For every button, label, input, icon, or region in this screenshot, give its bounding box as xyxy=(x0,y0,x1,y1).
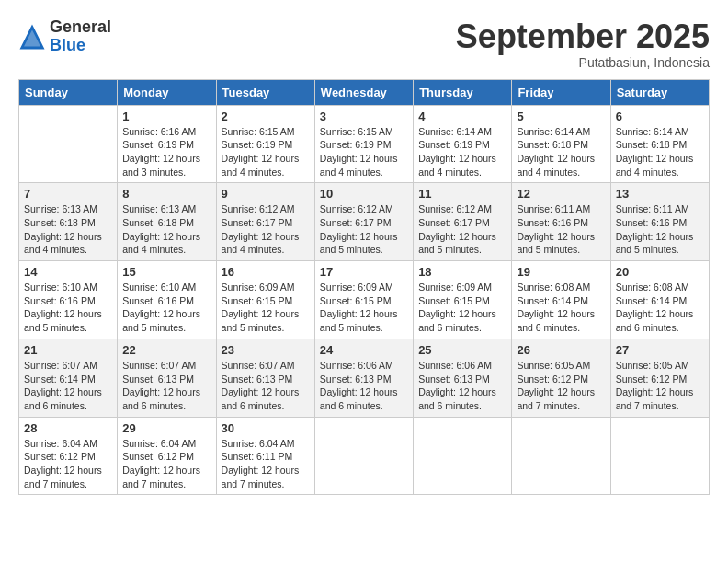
day-info: Sunrise: 6:13 AMSunset: 6:18 PMDaylight:… xyxy=(122,202,210,257)
day-info: Sunrise: 6:12 AMSunset: 6:17 PMDaylight:… xyxy=(320,202,408,257)
col-friday: Friday xyxy=(512,79,610,105)
calendar-cell: 15Sunrise: 6:10 AMSunset: 6:16 PMDayligh… xyxy=(118,261,216,339)
calendar-cell: 6Sunrise: 6:14 AMSunset: 6:18 PMDaylight… xyxy=(610,105,709,183)
day-info: Sunrise: 6:14 AMSunset: 6:18 PMDaylight:… xyxy=(517,125,605,179)
day-number: 17 xyxy=(320,265,408,279)
day-number: 16 xyxy=(222,265,310,279)
day-number: 24 xyxy=(320,343,408,357)
day-info: Sunrise: 6:04 AMSunset: 6:12 PMDaylight:… xyxy=(24,437,112,491)
day-info: Sunrise: 6:14 AMSunset: 6:19 PMDaylight:… xyxy=(418,125,506,179)
day-number: 5 xyxy=(517,109,605,123)
calendar-cell: 19Sunrise: 6:08 AMSunset: 6:14 PMDayligh… xyxy=(512,261,610,339)
day-number: 14 xyxy=(24,265,112,279)
day-number: 15 xyxy=(122,265,210,279)
title-block: September 2025 Putatbasiun, Indonesia xyxy=(456,18,710,70)
header-row: Sunday Monday Tuesday Wednesday Thursday… xyxy=(19,79,710,105)
calendar-cell: 18Sunrise: 6:09 AMSunset: 6:15 PMDayligh… xyxy=(414,261,512,339)
day-number: 26 xyxy=(517,343,605,357)
col-wednesday: Wednesday xyxy=(314,79,413,105)
day-info: Sunrise: 6:11 AMSunset: 6:16 PMDaylight:… xyxy=(616,202,704,257)
col-sunday: Sunday xyxy=(19,79,118,105)
day-number: 9 xyxy=(222,187,310,201)
calendar-week-3: 14Sunrise: 6:10 AMSunset: 6:16 PMDayligh… xyxy=(19,261,710,339)
calendar-cell: 26Sunrise: 6:05 AMSunset: 6:12 PMDayligh… xyxy=(512,339,610,417)
calendar-cell: 9Sunrise: 6:12 AMSunset: 6:17 PMDaylight… xyxy=(216,183,314,261)
day-info: Sunrise: 6:11 AMSunset: 6:16 PMDaylight:… xyxy=(517,202,605,257)
day-info: Sunrise: 6:08 AMSunset: 6:14 PMDaylight:… xyxy=(616,281,704,335)
calendar-cell: 12Sunrise: 6:11 AMSunset: 6:16 PMDayligh… xyxy=(512,183,610,261)
day-number: 25 xyxy=(418,343,506,357)
day-info: Sunrise: 6:10 AMSunset: 6:16 PMDaylight:… xyxy=(122,281,210,335)
calendar-table: Sunday Monday Tuesday Wednesday Thursday… xyxy=(18,79,710,496)
day-number: 4 xyxy=(418,109,506,123)
day-info: Sunrise: 6:06 AMSunset: 6:13 PMDaylight:… xyxy=(418,359,506,413)
calendar-cell: 24Sunrise: 6:06 AMSunset: 6:13 PMDayligh… xyxy=(314,339,413,417)
calendar-cell: 30Sunrise: 6:04 AMSunset: 6:11 PMDayligh… xyxy=(216,417,314,495)
calendar-cell xyxy=(414,417,512,495)
calendar-cell: 2Sunrise: 6:15 AMSunset: 6:19 PMDaylight… xyxy=(216,105,314,183)
calendar-week-2: 7Sunrise: 6:13 AMSunset: 6:18 PMDaylight… xyxy=(19,183,710,261)
col-tuesday: Tuesday xyxy=(216,79,314,105)
logo-blue: Blue xyxy=(50,37,111,55)
calendar-week-4: 21Sunrise: 6:07 AMSunset: 6:14 PMDayligh… xyxy=(19,339,710,417)
day-info: Sunrise: 6:09 AMSunset: 6:15 PMDaylight:… xyxy=(222,281,310,335)
day-info: Sunrise: 6:07 AMSunset: 6:14 PMDaylight:… xyxy=(24,359,112,413)
calendar-cell: 28Sunrise: 6:04 AMSunset: 6:12 PMDayligh… xyxy=(19,417,118,495)
day-info: Sunrise: 6:04 AMSunset: 6:12 PMDaylight:… xyxy=(122,437,210,491)
day-info: Sunrise: 6:09 AMSunset: 6:15 PMDaylight:… xyxy=(320,281,408,335)
calendar-cell: 5Sunrise: 6:14 AMSunset: 6:18 PMDaylight… xyxy=(512,105,610,183)
day-number: 13 xyxy=(616,187,704,201)
calendar-cell: 1Sunrise: 6:16 AMSunset: 6:19 PMDaylight… xyxy=(118,105,216,183)
calendar-cell xyxy=(19,105,118,183)
page-header: General Blue September 2025 Putatbasiun,… xyxy=(18,18,710,70)
day-info: Sunrise: 6:07 AMSunset: 6:13 PMDaylight:… xyxy=(122,359,210,413)
day-info: Sunrise: 6:13 AMSunset: 6:18 PMDaylight:… xyxy=(24,202,112,257)
day-info: Sunrise: 6:09 AMSunset: 6:15 PMDaylight:… xyxy=(418,281,506,335)
day-info: Sunrise: 6:06 AMSunset: 6:13 PMDaylight:… xyxy=(320,359,408,413)
calendar-cell: 10Sunrise: 6:12 AMSunset: 6:17 PMDayligh… xyxy=(314,183,413,261)
day-info: Sunrise: 6:14 AMSunset: 6:18 PMDaylight:… xyxy=(616,125,704,179)
day-number: 20 xyxy=(616,265,704,279)
day-number: 19 xyxy=(517,265,605,279)
day-number: 12 xyxy=(517,187,605,201)
calendar-cell: 22Sunrise: 6:07 AMSunset: 6:13 PMDayligh… xyxy=(118,339,216,417)
month-title: September 2025 xyxy=(456,18,710,55)
calendar-cell: 16Sunrise: 6:09 AMSunset: 6:15 PMDayligh… xyxy=(216,261,314,339)
day-info: Sunrise: 6:10 AMSunset: 6:16 PMDaylight:… xyxy=(24,281,112,335)
day-info: Sunrise: 6:15 AMSunset: 6:19 PMDaylight:… xyxy=(320,125,408,179)
logo-general: General xyxy=(50,18,111,37)
calendar-cell: 7Sunrise: 6:13 AMSunset: 6:18 PMDaylight… xyxy=(19,183,118,261)
calendar-cell: 14Sunrise: 6:10 AMSunset: 6:16 PMDayligh… xyxy=(19,261,118,339)
col-monday: Monday xyxy=(118,79,216,105)
calendar-cell: 29Sunrise: 6:04 AMSunset: 6:12 PMDayligh… xyxy=(118,417,216,495)
calendar-cell: 3Sunrise: 6:15 AMSunset: 6:19 PMDaylight… xyxy=(314,105,413,183)
calendar-cell: 23Sunrise: 6:07 AMSunset: 6:13 PMDayligh… xyxy=(216,339,314,417)
day-number: 21 xyxy=(24,343,112,357)
calendar-header: Sunday Monday Tuesday Wednesday Thursday… xyxy=(19,79,710,105)
calendar-cell: 25Sunrise: 6:06 AMSunset: 6:13 PMDayligh… xyxy=(414,339,512,417)
col-saturday: Saturday xyxy=(610,79,709,105)
day-number: 11 xyxy=(418,187,506,201)
day-number: 23 xyxy=(222,343,310,357)
logo-icon xyxy=(18,23,46,51)
day-info: Sunrise: 6:16 AMSunset: 6:19 PMDaylight:… xyxy=(122,125,210,179)
logo-text: General Blue xyxy=(50,18,111,55)
calendar-cell: 20Sunrise: 6:08 AMSunset: 6:14 PMDayligh… xyxy=(610,261,709,339)
calendar-cell xyxy=(314,417,413,495)
day-info: Sunrise: 6:05 AMSunset: 6:12 PMDaylight:… xyxy=(616,359,704,413)
day-number: 7 xyxy=(24,187,112,201)
day-number: 2 xyxy=(222,109,310,123)
calendar-week-1: 1Sunrise: 6:16 AMSunset: 6:19 PMDaylight… xyxy=(19,105,710,183)
logo: General Blue xyxy=(18,18,111,55)
day-number: 18 xyxy=(418,265,506,279)
day-info: Sunrise: 6:12 AMSunset: 6:17 PMDaylight:… xyxy=(222,202,310,257)
day-info: Sunrise: 6:12 AMSunset: 6:17 PMDaylight:… xyxy=(418,202,506,257)
calendar-cell xyxy=(610,417,709,495)
day-number: 3 xyxy=(320,109,408,123)
day-number: 29 xyxy=(122,421,210,435)
day-info: Sunrise: 6:07 AMSunset: 6:13 PMDaylight:… xyxy=(222,359,310,413)
day-info: Sunrise: 6:04 AMSunset: 6:11 PMDaylight:… xyxy=(222,437,310,491)
calendar-cell xyxy=(512,417,610,495)
day-number: 22 xyxy=(122,343,210,357)
day-number: 8 xyxy=(122,187,210,201)
